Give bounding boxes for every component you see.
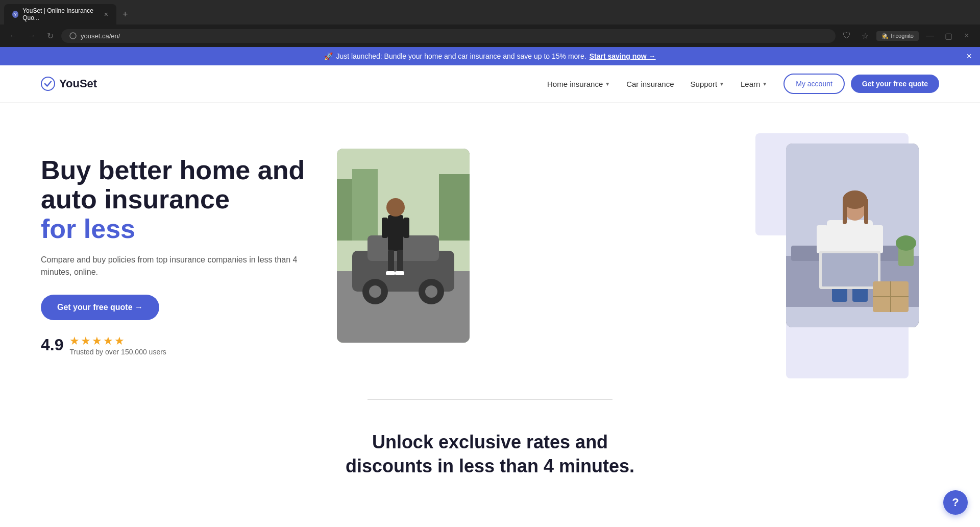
nav-support[interactable]: Support ▼	[691, 80, 724, 88]
hero-images	[327, 133, 939, 378]
nav-home-insurance-label: Home insurance	[547, 80, 603, 88]
svg-point-12	[425, 285, 437, 298]
hero-content: Buy better home and auto insurance for l…	[41, 156, 327, 356]
svg-rect-29	[843, 199, 847, 224]
get-quote-button-hero[interactable]: Get your free quote →	[41, 295, 159, 320]
hero-title-line2: auto insurance	[41, 184, 230, 214]
section-unlock-title: Unlock exclusive rates and discounts in …	[337, 430, 643, 478]
svg-rect-34	[822, 253, 878, 286]
hero-title-highlight: for less	[41, 214, 135, 244]
svg-rect-30	[864, 199, 868, 224]
navbar: YouSet Home insurance ▼ Car insurance Su…	[0, 65, 980, 103]
nav-learn[interactable]: Learn ▼	[741, 80, 767, 88]
svg-rect-17	[388, 250, 394, 273]
nav-support-label: Support	[691, 80, 718, 88]
svg-rect-18	[397, 250, 403, 273]
get-quote-button-nav[interactable]: Get your free quote	[851, 75, 939, 93]
logo[interactable]: YouSet	[41, 77, 97, 91]
shield-icon: 🛡	[840, 29, 854, 43]
banner-cta-link[interactable]: Start saving now →	[590, 52, 656, 60]
rating-number: 4.9	[41, 336, 63, 354]
svg-rect-31	[817, 225, 828, 253]
rating-block: ★ ★ ★ ★ ★ Trusted by over 150,000 users	[69, 334, 166, 356]
incognito-badge: 🕵 Incognito	[876, 31, 919, 41]
star-5: ★	[114, 334, 125, 348]
active-tab[interactable]: Y YouSet | Online Insurance Quo... ×	[4, 4, 116, 25]
svg-rect-5	[439, 174, 470, 241]
maximize-button[interactable]: ▢	[941, 29, 955, 43]
bookmark-star-icon[interactable]: ☆	[858, 29, 872, 43]
reload-button[interactable]: ↻	[43, 29, 57, 43]
support-dropdown-arrow: ▼	[719, 81, 724, 87]
svg-rect-20	[395, 271, 404, 275]
rating-trust-text: Trusted by over 150,000 users	[69, 348, 166, 356]
incognito-label: Incognito	[891, 33, 914, 39]
toolbar-icons: 🛡 ☆ 🕵 Incognito — ▢ ×	[840, 29, 974, 43]
banner-text: Just launched: Bundle your home and car …	[336, 52, 586, 60]
new-tab-button[interactable]: +	[118, 7, 132, 22]
svg-rect-15	[382, 218, 388, 238]
promo-banner: 🚀 Just launched: Bundle your home and ca…	[0, 47, 980, 65]
car-scene-svg	[337, 149, 470, 343]
hero-title-line1: Buy better home and	[41, 155, 305, 185]
tab-close-button[interactable]: ×	[104, 10, 108, 18]
nav-car-insurance[interactable]: Car insurance	[626, 80, 674, 88]
close-window-button[interactable]: ×	[960, 29, 974, 43]
svg-rect-13	[388, 215, 403, 251]
woman-scene-svg	[786, 143, 919, 327]
banner-emoji: 🚀	[324, 52, 333, 60]
svg-point-10	[369, 285, 381, 298]
svg-point-39	[896, 235, 916, 251]
browser-tabs: Y YouSet | Online Insurance Quo... × +	[0, 0, 980, 25]
star-3: ★	[92, 334, 102, 348]
svg-rect-4	[352, 169, 378, 241]
svg-rect-16	[403, 218, 409, 238]
logo-text: YouSet	[59, 77, 97, 90]
star-2: ★	[81, 334, 91, 348]
hero-title: Buy better home and auto insurance for l…	[41, 156, 327, 244]
banner-close-button[interactable]: ×	[966, 51, 972, 62]
logo-icon	[41, 77, 55, 91]
hero-description: Compare and buy policies from top insura…	[41, 254, 327, 278]
star-1: ★	[69, 334, 80, 348]
nav-car-insurance-label: Car insurance	[626, 80, 674, 88]
svg-point-1	[41, 77, 55, 90]
help-icon: ?	[952, 496, 959, 509]
svg-rect-32	[872, 225, 883, 253]
browser-toolbar: ← → ↻ youset.ca/en/ 🛡 ☆ 🕵 Incognito — ▢ …	[0, 25, 980, 47]
section-unlock: Unlock exclusive rates and discounts in …	[0, 400, 980, 509]
website: 🚀 Just launched: Bundle your home and ca…	[0, 47, 980, 509]
svg-rect-19	[386, 271, 395, 275]
rating-section: 4.9 ★ ★ ★ ★ ★ Trusted by over 150,000 us…	[41, 334, 327, 356]
nav-home-insurance[interactable]: Home insurance ▼	[547, 80, 610, 88]
forward-button[interactable]: →	[24, 29, 39, 43]
nav-actions: My account Get your free quote	[783, 74, 939, 94]
back-button[interactable]: ←	[6, 29, 20, 43]
url-display: youset.ca/en/	[81, 32, 120, 40]
star-4: ★	[103, 334, 113, 348]
incognito-icon: 🕵	[881, 33, 889, 39]
minimize-button[interactable]: —	[923, 29, 937, 43]
star-rating: ★ ★ ★ ★ ★	[69, 334, 166, 348]
nav-learn-label: Learn	[741, 80, 760, 88]
lock-icon	[69, 32, 77, 39]
svg-point-14	[386, 198, 405, 217]
hero-section: Buy better home and auto insurance for l…	[0, 103, 980, 399]
my-account-button[interactable]: My account	[783, 74, 845, 94]
hero-car-image	[337, 149, 470, 343]
home-insurance-dropdown-arrow: ▼	[605, 81, 610, 87]
browser-chrome: Y YouSet | Online Insurance Quo... × + ←…	[0, 0, 980, 47]
tab-favicon: Y	[12, 11, 18, 18]
tab-title: YouSet | Online Insurance Quo...	[22, 7, 100, 21]
address-bar[interactable]: youset.ca/en/	[61, 29, 836, 43]
learn-dropdown-arrow: ▼	[762, 81, 767, 87]
nav-links: Home insurance ▼ Car insurance Support ▼…	[547, 80, 767, 88]
hero-woman-image	[786, 143, 919, 327]
svg-point-0	[70, 33, 76, 39]
